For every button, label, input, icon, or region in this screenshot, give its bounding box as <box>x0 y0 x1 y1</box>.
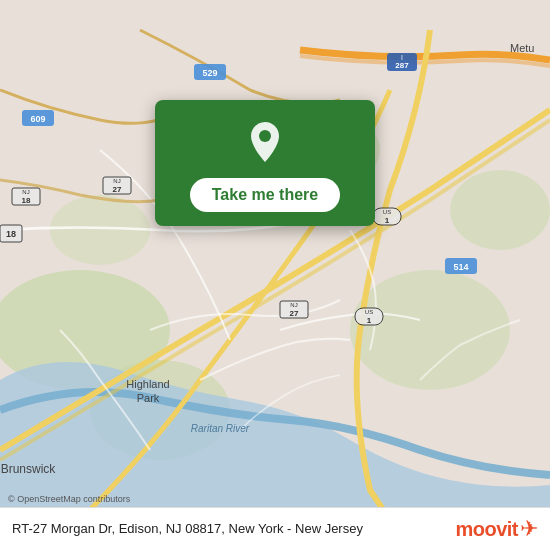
svg-text:514: 514 <box>453 262 468 272</box>
map-pin-icon <box>241 118 289 166</box>
svg-text:529: 529 <box>202 68 217 78</box>
location-card: Take me there <box>155 100 375 226</box>
moovit-logo-text: moovit <box>455 518 518 541</box>
address-label: RT-27 Morgan Dr, Edison, NJ 08817, New Y… <box>12 520 455 538</box>
svg-text:NJ: NJ <box>113 178 120 184</box>
map-attribution: © OpenStreetMap contributors <box>8 494 130 504</box>
svg-text:1: 1 <box>385 216 390 225</box>
svg-text:18: 18 <box>22 196 31 205</box>
svg-text:NJ: NJ <box>290 302 297 308</box>
svg-text:NJ: NJ <box>22 189 29 195</box>
svg-text:US: US <box>365 309 373 315</box>
svg-text:Highland: Highland <box>126 378 169 390</box>
svg-point-6 <box>50 195 150 265</box>
svg-text:27: 27 <box>290 309 299 318</box>
take-me-there-button[interactable]: Take me there <box>190 178 340 212</box>
map-background: 529 609 I 287 NJ 27 NJ 27 US 1 US 1 514 <box>0 0 550 550</box>
svg-text:609: 609 <box>30 114 45 124</box>
svg-text:27: 27 <box>113 185 122 194</box>
svg-text:287: 287 <box>395 61 409 70</box>
moovit-logo-icon: ✈ <box>520 516 538 542</box>
moovit-logo: moovit ✈ <box>455 516 538 542</box>
svg-text:1: 1 <box>367 316 372 325</box>
svg-text:I: I <box>401 54 403 61</box>
svg-point-5 <box>450 170 550 250</box>
bottom-bar: RT-27 Morgan Dr, Edison, NJ 08817, New Y… <box>0 507 550 550</box>
svg-text:Raritan River: Raritan River <box>191 423 250 434</box>
svg-text:US: US <box>383 209 391 215</box>
svg-text:Park: Park <box>137 392 160 404</box>
svg-point-40 <box>259 130 271 142</box>
svg-text:18: 18 <box>6 229 16 239</box>
svg-text:Brunswick: Brunswick <box>1 462 57 476</box>
map-container: 529 609 I 287 NJ 27 NJ 27 US 1 US 1 514 <box>0 0 550 550</box>
svg-text:Metu: Metu <box>510 42 534 54</box>
